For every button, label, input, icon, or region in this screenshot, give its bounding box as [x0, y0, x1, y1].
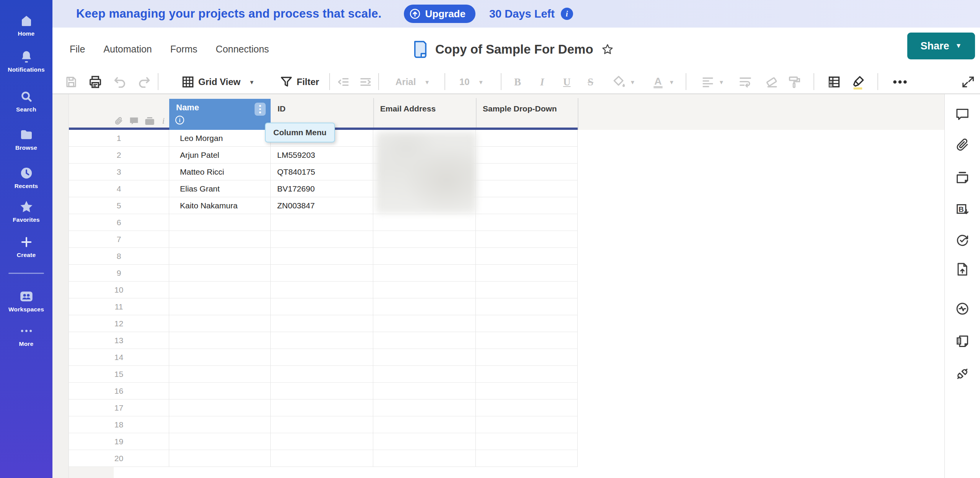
cell-sample[interactable]	[476, 214, 578, 231]
cell-id[interactable]	[271, 383, 373, 399]
font-size-select[interactable]: 10 ▼	[459, 74, 484, 90]
row-number[interactable]: 5	[69, 197, 169, 214]
view-switcher[interactable]: Grid View ▼	[181, 74, 255, 90]
cell-id[interactable]: ZN003847	[271, 197, 373, 214]
cell-name[interactable]	[169, 231, 271, 248]
cell-id[interactable]	[271, 433, 373, 450]
italic-button[interactable]: I	[540, 74, 544, 90]
row-number[interactable]: 12	[69, 315, 169, 332]
cell-name[interactable]	[169, 214, 271, 231]
cell-id[interactable]	[271, 366, 373, 383]
cell-sample[interactable]	[476, 416, 578, 433]
menu-file[interactable]: File	[70, 44, 85, 55]
cell-sample[interactable]	[476, 433, 578, 450]
sidebar-item-search[interactable]: Search	[0, 90, 52, 113]
row-number[interactable]: 15	[69, 366, 169, 383]
row-number[interactable]: 11	[69, 298, 169, 315]
strikethrough-button[interactable]: S	[588, 74, 593, 90]
cell-id[interactable]	[271, 282, 373, 298]
fill-color-button[interactable]: ▼	[611, 74, 635, 90]
highlight-changes-button[interactable]	[851, 74, 866, 90]
cell-email[interactable]	[373, 332, 476, 349]
save-button[interactable]	[64, 74, 78, 90]
cell-name[interactable]	[169, 282, 271, 298]
activity-log-button[interactable]	[954, 300, 971, 317]
cell-sample[interactable]	[476, 383, 578, 399]
cell-name[interactable]	[169, 416, 271, 433]
cell-name[interactable]	[169, 433, 271, 450]
cell-email[interactable]	[373, 298, 476, 315]
redo-button[interactable]	[137, 74, 152, 90]
upgrade-button[interactable]: Upgrade	[404, 5, 475, 23]
cell-sample[interactable]	[476, 265, 578, 282]
proof-icon[interactable]	[144, 117, 155, 125]
column-menu-button[interactable]	[255, 103, 266, 116]
cell-id[interactable]: LM559203	[271, 147, 373, 164]
cell-sample[interactable]	[476, 147, 578, 164]
cell-sample[interactable]	[476, 282, 578, 298]
cell-id[interactable]	[271, 349, 373, 366]
row-number[interactable]: 6	[69, 214, 169, 231]
sheet-summary-button[interactable]	[954, 333, 971, 350]
cell-sample[interactable]	[476, 248, 578, 265]
sidebar-item-create[interactable]: Create	[0, 236, 52, 259]
font-color-button[interactable]: A ▼	[650, 74, 675, 90]
column-header-email[interactable]: Email Address	[380, 104, 436, 113]
row-number[interactable]: 18	[69, 416, 169, 433]
trial-info-icon[interactable]: i	[561, 8, 573, 20]
cell-sample[interactable]	[476, 130, 578, 147]
cell-email[interactable]	[373, 383, 476, 399]
underline-button[interactable]: U	[563, 74, 571, 90]
cell-name[interactable]	[169, 349, 271, 366]
cell-email[interactable]	[373, 450, 476, 467]
cell-sample[interactable]	[476, 450, 578, 467]
cell-id[interactable]	[271, 298, 373, 315]
cell-name[interactable]	[169, 399, 271, 416]
freeze-column-button[interactable]	[826, 74, 842, 90]
conversations-button[interactable]	[954, 106, 971, 123]
update-requests-button[interactable]	[954, 232, 971, 249]
proofs-button[interactable]	[954, 169, 971, 186]
sidebar-item-workspaces[interactable]: Workspaces	[0, 290, 52, 313]
sidebar-item-recents[interactable]: Recents	[0, 167, 52, 190]
more-options-button[interactable]	[892, 74, 908, 90]
row-number[interactable]: 20	[69, 450, 169, 467]
filter-button[interactable]: Filter	[279, 74, 319, 90]
cell-sample[interactable]	[476, 197, 578, 214]
cell-sample[interactable]	[476, 399, 578, 416]
row-number[interactable]: 8	[69, 248, 169, 265]
cell-email[interactable]	[373, 265, 476, 282]
row-number[interactable]: 13	[69, 332, 169, 349]
menu-connections[interactable]: Connections	[216, 44, 269, 55]
brandfolder-button[interactable]: B	[954, 201, 971, 218]
row-number[interactable]: 4	[69, 180, 169, 197]
cell-id[interactable]	[271, 399, 373, 416]
row-number[interactable]: 3	[69, 164, 169, 180]
fullscreen-button[interactable]	[960, 74, 976, 90]
connections-button[interactable]	[954, 365, 971, 382]
row-number[interactable]: 14	[69, 349, 169, 366]
cell-id[interactable]: BV172690	[271, 180, 373, 197]
cell-id[interactable]	[271, 416, 373, 433]
cell-email[interactable]	[373, 399, 476, 416]
align-button[interactable]: ▼	[700, 74, 724, 90]
cell-name[interactable]: Leo Morgan	[169, 130, 271, 147]
cell-id[interactable]: QT840175	[271, 164, 373, 180]
column-header-id[interactable]: ID	[278, 104, 286, 113]
cell-name[interactable]	[169, 366, 271, 383]
row-number[interactable]: 19	[69, 433, 169, 450]
format-painter-button[interactable]	[787, 74, 802, 90]
cell-sample[interactable]	[476, 332, 578, 349]
cell-sample[interactable]	[476, 180, 578, 197]
sidebar-item-browse[interactable]: Browse	[0, 129, 52, 151]
sidebar-item-favorites[interactable]: Favorites	[0, 201, 52, 223]
font-family-select[interactable]: Arial ▼	[395, 74, 430, 90]
comment-icon[interactable]	[129, 116, 139, 126]
cell-sample[interactable]	[476, 298, 578, 315]
cell-sample[interactable]	[476, 315, 578, 332]
cell-sample[interactable]	[476, 164, 578, 180]
cell-id[interactable]	[271, 248, 373, 265]
row-number[interactable]: 16	[69, 383, 169, 399]
cell-name[interactable]	[169, 332, 271, 349]
row-number[interactable]: 2	[69, 147, 169, 164]
